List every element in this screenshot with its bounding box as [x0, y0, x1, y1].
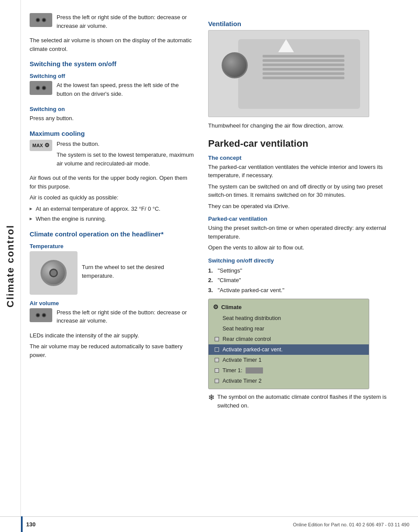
air-cooled-text: Air is cooled as quickly as possible:: [30, 193, 195, 202]
temperature-row: Turn the wheel to set the desired temper…: [30, 251, 195, 295]
parked-vent-subheading: Parked-car ventilation: [208, 215, 387, 222]
vent-inner: [238, 39, 360, 109]
air-flows-text: Air flows out of the vents for the upper…: [30, 174, 195, 191]
air-volume-row: Press the left or right side of the butt…: [30, 308, 195, 328]
air-volume-text1: Press the left or right side of the butt…: [57, 308, 195, 325]
checkbox-activate-parked: [215, 347, 219, 352]
main-content: Press the left or right side of the butt…: [21, 0, 418, 434]
sidebar: Climate control: [0, 0, 21, 532]
checkbox-activate-timer2: [215, 379, 219, 383]
vent-line-5: [263, 72, 344, 75]
air-volume-text3: The air volume may be reduced automatica…: [30, 342, 195, 359]
vent-grille: [260, 52, 347, 96]
max-cooling-texts: Press the button. The system is set to t…: [57, 140, 195, 171]
air-volume-text2: LEDs indicate the intensity of the air s…: [30, 331, 195, 340]
climate-menu-item-activate-timer2[interactable]: Activate Timer 2: [209, 376, 369, 386]
page-number: 130: [26, 521, 36, 528]
max-cooling-heading: Maximum cooling: [30, 130, 195, 137]
menu-label-rear-climate: Rear climate control: [222, 336, 271, 342]
parked-vent-text2: Open the vents to allow air to flow out.: [208, 243, 387, 252]
av-dot-2: [42, 313, 46, 317]
menu-label-seat-heat-dist: Seat heating distribution: [222, 315, 281, 321]
step-text: "Settings": [218, 266, 242, 275]
right-column: Ventilation Thumbwheel for changing the …: [204, 9, 395, 417]
temperature-knob: [40, 260, 67, 286]
step-text: "Climate": [218, 276, 241, 285]
concept-heading: The concept: [208, 155, 387, 161]
concept-text3: They can be operated via iDrive.: [208, 202, 387, 211]
climate-icon: ⚙: [213, 303, 219, 310]
air-volume-heading: Air volume: [30, 300, 195, 306]
temp-knob-inner: [49, 269, 58, 277]
temperature-image: [30, 251, 78, 295]
switching-system-heading: Switching the system on/off: [30, 60, 195, 67]
av-dot-1: [36, 313, 40, 317]
switching-off-heading: Switching off: [30, 73, 195, 79]
intro-text: Press the left or right side of the butt…: [57, 13, 195, 33]
note-text: The symbol on the automatic climate cont…: [217, 393, 387, 410]
button-dot-right: [42, 18, 46, 22]
snowflake-icon: ❄: [208, 392, 215, 404]
bullet-item-2: When the engine is running.: [30, 215, 195, 223]
checkbox-rear-climate: [215, 337, 219, 341]
vent-arrow: [278, 39, 294, 52]
switching-off-text: At the lowest fan speed, press the left …: [57, 81, 195, 98]
climate-menu-item-timer1[interactable]: Timer 1:: [209, 365, 369, 376]
temperature-text: Turn the wheel to set the desired temper…: [82, 263, 195, 280]
vent-caption: Thumbwheel for changing the air flow dir…: [208, 121, 387, 130]
max-cooling-text2: The system is set to the lowest temperat…: [57, 151, 195, 168]
cooling-bullets: At an external temperature of approx. 32…: [30, 205, 195, 223]
gear-icon: ⚙: [44, 142, 50, 148]
step-num: 3.: [208, 286, 215, 295]
climate-menu-item-rear-climate[interactable]: Rear climate control: [209, 334, 369, 344]
menu-label-activate-timer1: Activate Timer 1: [222, 357, 262, 363]
concept-text1: The parked-car ventilation ventilates th…: [208, 163, 387, 180]
climate-menu-item-activate-parked[interactable]: Activate parked-car vent.: [209, 344, 369, 355]
air-volume-icon: [30, 308, 52, 322]
switching-onoff-heading: Switching on/off directly: [208, 257, 387, 264]
climate-menu-item-seat-heat-rear[interactable]: Seat heating rear: [209, 323, 369, 334]
ventilation-image: [208, 30, 369, 117]
concept-text2: The system can be switched on and off di…: [208, 182, 387, 199]
steps-list: 1."Settings"2."Climate"3."Activate parke…: [208, 266, 387, 295]
intro-text-1: Press the left or right side of the butt…: [57, 13, 195, 30]
vent-line-2: [263, 59, 344, 62]
temperature-heading: Temperature: [30, 243, 195, 249]
menu-label-activate-parked: Activate parked-car vent.: [222, 347, 283, 353]
bullet-item-1: At an external temperature of approx. 32…: [30, 205, 195, 213]
vent-knob: [222, 52, 248, 78]
switching-on-text: Press any button.: [30, 114, 195, 123]
climate-menu-list: Seat heating distributionSeat heating re…: [209, 313, 369, 386]
climate-title: Climate: [221, 304, 242, 310]
btn-dot-2: [42, 86, 46, 90]
step-item-2: 2."Climate": [208, 276, 387, 285]
step-num: 1.: [208, 266, 215, 275]
max-button: MAX ⚙: [30, 140, 52, 151]
left-column: Press the left or right side of the butt…: [21, 9, 204, 417]
step-item-3: 3."Activate parked-car vent.": [208, 286, 387, 295]
parked-car-heading: Parked-car ventilation: [208, 138, 387, 149]
climate-op-heading: Climate control operation on the headlin…: [30, 230, 195, 238]
step-item-1: 1."Settings": [208, 266, 387, 275]
checkbox-timer1: [215, 368, 219, 373]
climate-menu-item-seat-heat-dist[interactable]: Seat heating distribution: [209, 313, 369, 323]
switching-off-icon: [30, 81, 52, 95]
parked-vent-text1: Using the preset switch-on time or when …: [208, 224, 387, 241]
timer-box-timer1: [246, 367, 263, 374]
climate-title-bar: ⚙ Climate: [209, 302, 369, 313]
step-num: 2.: [208, 276, 215, 285]
checkbox-activate-timer1: [215, 358, 219, 362]
max-label: MAX: [32, 143, 43, 148]
note-row: ❄ The symbol on the automatic climate co…: [208, 393, 387, 412]
max-cooling-text1: Press the button.: [57, 140, 195, 148]
vent-line-4: [263, 68, 344, 71]
button-dot-left: [36, 18, 40, 22]
intro-text-2: The selected air volume is shown on the …: [30, 36, 195, 53]
footer-text: Online Edition for Part no. 01 40 2 606 …: [293, 522, 409, 527]
intro-button-row: Press the left or right side of the butt…: [30, 13, 195, 33]
climate-screenshot: ⚙ Climate Seat heating distributionSeat …: [208, 299, 369, 389]
switching-on-heading: Switching on: [30, 106, 195, 112]
menu-label-seat-heat-rear: Seat heating rear: [222, 326, 264, 332]
vent-line-6: [263, 77, 344, 79]
climate-menu-item-activate-timer1[interactable]: Activate Timer 1: [209, 355, 369, 365]
